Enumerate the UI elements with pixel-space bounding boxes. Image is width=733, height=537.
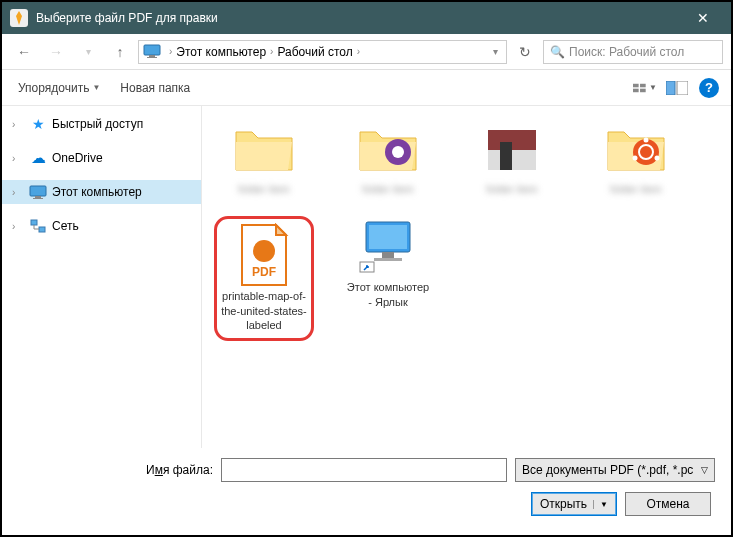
chevron-right-icon: › bbox=[12, 119, 24, 130]
chevron-right-icon: › bbox=[270, 46, 273, 57]
sidebar-item-label: Этот компьютер bbox=[52, 185, 142, 199]
view-options-button[interactable]: ▼ bbox=[633, 76, 657, 100]
file-label: folder item bbox=[610, 182, 661, 196]
file-label: folder item bbox=[486, 182, 537, 196]
chevron-down-icon: ▼ bbox=[649, 83, 657, 92]
titlebar: Выберите файл PDF для правки ✕ bbox=[2, 2, 731, 34]
sidebar-item-network[interactable]: › Сеть bbox=[2, 214, 201, 238]
folder-icon bbox=[600, 118, 672, 178]
sidebar-item-quick-access[interactable]: › ★ Быстрый доступ bbox=[2, 112, 201, 136]
help-button[interactable]: ? bbox=[697, 76, 721, 100]
sidebar: › ★ Быстрый доступ › ☁ OneDrive › Этот к… bbox=[2, 106, 202, 448]
pdf-icon: PDF bbox=[228, 225, 300, 285]
file-label: folder item bbox=[362, 182, 413, 196]
folder-item[interactable]: folder item bbox=[462, 118, 562, 196]
filename-label: Имя файла: bbox=[18, 463, 213, 477]
svg-rect-2 bbox=[147, 57, 157, 58]
chevron-down-icon: ▽ bbox=[701, 465, 708, 475]
sidebar-item-this-pc[interactable]: › Этот компьютер bbox=[2, 180, 201, 204]
preview-pane-button[interactable] bbox=[665, 76, 689, 100]
folder-icon bbox=[352, 118, 424, 178]
search-icon: 🔍 bbox=[550, 45, 565, 59]
monitor-icon bbox=[143, 44, 161, 60]
chevron-down-icon: ▼ bbox=[92, 83, 100, 92]
cloud-icon: ☁ bbox=[28, 149, 48, 167]
svg-rect-7 bbox=[666, 81, 675, 95]
search-placeholder: Поиск: Рабочий стол bbox=[569, 45, 684, 59]
svg-rect-0 bbox=[144, 45, 160, 55]
computer-icon bbox=[352, 216, 424, 276]
svg-rect-5 bbox=[633, 88, 639, 92]
filetype-select[interactable]: Все документы PDF (*.pdf, *.pс ▽ bbox=[515, 458, 715, 482]
svg-point-21 bbox=[644, 138, 649, 143]
up-button[interactable]: ↑ bbox=[106, 38, 134, 66]
button-row: Открыть ▼ Отмена bbox=[18, 492, 715, 516]
folder-icon bbox=[476, 118, 548, 178]
sidebar-item-label: Сеть bbox=[52, 219, 79, 233]
svg-point-22 bbox=[633, 156, 638, 161]
svg-rect-11 bbox=[33, 198, 43, 199]
chevron-right-icon: › bbox=[12, 153, 24, 164]
filetype-label: Все документы PDF (*.pdf, *.pс bbox=[522, 463, 693, 477]
shortcut-item[interactable]: Этот компьютер- Ярлык bbox=[338, 216, 438, 341]
network-icon bbox=[28, 217, 48, 235]
refresh-button[interactable]: ↻ bbox=[511, 38, 539, 66]
folder-item[interactable]: folder item bbox=[586, 118, 686, 196]
sidebar-item-label: OneDrive bbox=[52, 151, 103, 165]
star-icon: ★ bbox=[28, 115, 48, 133]
file-label: printable-map-of-the-united-states-label… bbox=[221, 289, 307, 332]
svg-rect-6 bbox=[640, 88, 646, 92]
svg-rect-18 bbox=[500, 142, 512, 170]
addressbar-dropdown-icon[interactable]: ▾ bbox=[493, 46, 498, 57]
main-area: › ★ Быстрый доступ › ☁ OneDrive › Этот к… bbox=[2, 106, 731, 448]
sidebar-item-label: Быстрый доступ bbox=[52, 117, 143, 131]
filename-input[interactable] bbox=[221, 458, 507, 482]
chevron-right-icon: › bbox=[12, 221, 24, 232]
sidebar-item-onedrive[interactable]: › ☁ OneDrive bbox=[2, 146, 201, 170]
address-bar[interactable]: › Этот компьютер › Рабочий стол › ▾ bbox=[138, 40, 507, 64]
svg-rect-8 bbox=[677, 81, 688, 95]
back-button[interactable]: ← bbox=[10, 38, 38, 66]
svg-rect-13 bbox=[39, 227, 45, 232]
search-input[interactable]: 🔍 Поиск: Рабочий стол bbox=[543, 40, 723, 64]
app-icon bbox=[10, 9, 28, 27]
breadcrumb-part[interactable]: Рабочий стол bbox=[277, 45, 352, 59]
bottom-panel: Имя файла: Все документы PDF (*.pdf, *.p… bbox=[2, 448, 731, 526]
cancel-button[interactable]: Отмена bbox=[625, 492, 711, 516]
svg-rect-1 bbox=[149, 55, 155, 57]
svg-text:PDF: PDF bbox=[252, 265, 276, 279]
file-label: folder item bbox=[238, 182, 289, 196]
svg-rect-9 bbox=[30, 186, 46, 196]
new-folder-button[interactable]: Новая папка bbox=[114, 77, 196, 99]
toolbar: Упорядочить▼ Новая папка ▼ ? bbox=[2, 70, 731, 106]
chevron-right-icon: › bbox=[357, 46, 360, 57]
svg-point-15 bbox=[392, 146, 404, 158]
window-title: Выберите файл PDF для правки bbox=[36, 11, 683, 25]
pdf-file-item[interactable]: PDF printable-map-of-the-united-states-l… bbox=[214, 216, 314, 341]
svg-rect-27 bbox=[369, 225, 407, 249]
svg-rect-4 bbox=[640, 83, 646, 87]
history-dropdown[interactable]: ▾ bbox=[74, 38, 102, 66]
svg-point-23 bbox=[655, 156, 660, 161]
svg-point-24 bbox=[253, 240, 275, 262]
folder-icon bbox=[228, 118, 300, 178]
svg-rect-28 bbox=[382, 252, 394, 258]
close-button[interactable]: ✕ bbox=[683, 2, 723, 34]
filename-row: Имя файла: Все документы PDF (*.pdf, *.p… bbox=[18, 458, 715, 482]
file-label: Этот компьютер- Ярлык bbox=[347, 280, 429, 309]
svg-rect-3 bbox=[633, 83, 639, 87]
monitor-icon bbox=[28, 183, 48, 201]
open-button[interactable]: Открыть ▼ bbox=[531, 492, 617, 516]
forward-button[interactable]: → bbox=[42, 38, 70, 66]
folder-item[interactable]: folder item bbox=[214, 118, 314, 196]
svg-point-19 bbox=[633, 139, 659, 165]
chevron-right-icon: › bbox=[12, 187, 24, 198]
file-list[interactable]: folder item folder item folder item fold… bbox=[202, 106, 731, 448]
help-icon: ? bbox=[699, 78, 719, 98]
svg-rect-10 bbox=[35, 196, 41, 198]
breadcrumb-part[interactable]: Этот компьютер bbox=[176, 45, 266, 59]
split-chevron-icon: ▼ bbox=[593, 500, 608, 509]
organize-button[interactable]: Упорядочить▼ bbox=[12, 77, 106, 99]
svg-rect-12 bbox=[31, 220, 37, 225]
folder-item[interactable]: folder item bbox=[338, 118, 438, 196]
